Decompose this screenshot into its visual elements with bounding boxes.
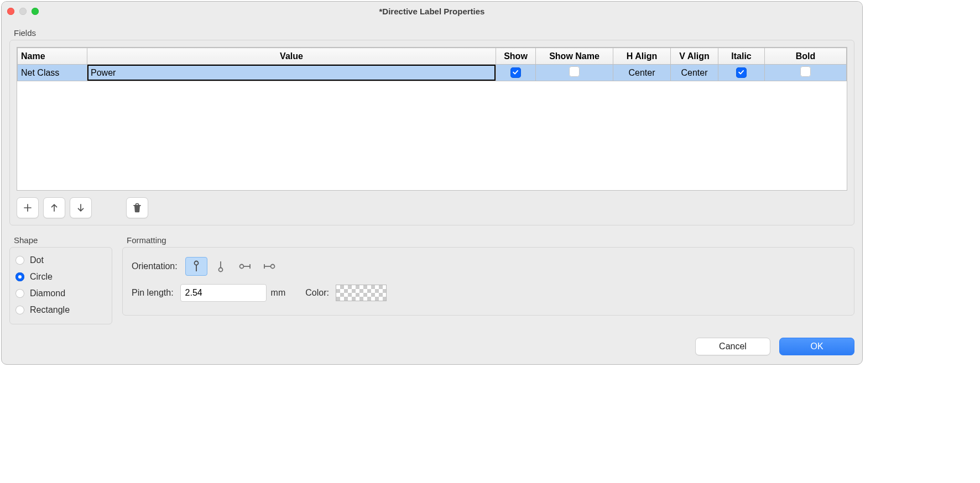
checkbox[interactable] bbox=[800, 66, 811, 77]
formatting-column: Formatting Orientation: Pin length: mm C… bbox=[122, 235, 854, 324]
color-swatch[interactable] bbox=[336, 285, 387, 301]
value-input[interactable] bbox=[87, 65, 496, 81]
titlebar: *Directive Label Properties bbox=[2, 2, 862, 20]
col-header-show[interactable]: Show bbox=[496, 48, 536, 65]
fields-panel: Name Value Show Show Name H Align V Alig… bbox=[9, 40, 854, 225]
cell-bold[interactable] bbox=[765, 65, 847, 81]
checkbox[interactable] bbox=[736, 67, 747, 78]
lower-row: Shape DotCircleDiamondRectangle Formatti… bbox=[9, 235, 854, 324]
dialog-window: *Directive Label Properties Fields Name … bbox=[1, 1, 863, 365]
shape-section-label: Shape bbox=[14, 235, 112, 245]
radio-button[interactable] bbox=[15, 272, 24, 281]
shape-option-label: Diamond bbox=[30, 288, 65, 298]
fields-section-label: Fields bbox=[14, 28, 854, 38]
shape-option-diamond[interactable]: Diamond bbox=[15, 285, 106, 302]
fields-table: Name Value Show Show Name H Align V Alig… bbox=[17, 48, 847, 81]
orientation-option-3[interactable] bbox=[258, 257, 280, 276]
color-label: Color: bbox=[305, 288, 329, 298]
radio-button[interactable] bbox=[15, 306, 24, 314]
fields-toolbar bbox=[17, 197, 847, 218]
fields-grid: Name Value Show Show Name H Align V Alig… bbox=[17, 47, 847, 191]
shape-option-dot[interactable]: Dot bbox=[15, 252, 106, 269]
svg-point-0 bbox=[194, 261, 198, 265]
shape-column: Shape DotCircleDiamondRectangle bbox=[9, 235, 112, 324]
orientation-option-2[interactable] bbox=[234, 257, 256, 276]
orientation-icon bbox=[213, 259, 228, 274]
window-title: *Directive Label Properties bbox=[2, 7, 862, 16]
shape-option-circle[interactable]: Circle bbox=[15, 269, 106, 285]
cell-show[interactable] bbox=[496, 65, 536, 81]
col-header-v-align[interactable]: V Align bbox=[671, 48, 718, 65]
move-up-button[interactable] bbox=[43, 197, 65, 218]
shape-option-label: Rectangle bbox=[30, 305, 70, 315]
cancel-button[interactable]: Cancel bbox=[695, 338, 770, 355]
col-header-show-name[interactable]: Show Name bbox=[536, 48, 613, 65]
pin-length-row: Pin length: mm Color: bbox=[132, 280, 845, 306]
toolbar-spacer bbox=[96, 197, 122, 218]
delete-field-button[interactable] bbox=[126, 197, 148, 218]
orientation-option-0[interactable] bbox=[185, 257, 207, 276]
pin-length-input[interactable] bbox=[180, 284, 267, 302]
arrow-up-icon bbox=[49, 202, 60, 213]
svg-point-2 bbox=[239, 265, 243, 269]
cell-italic[interactable] bbox=[718, 65, 765, 81]
ok-button[interactable]: OK bbox=[779, 338, 854, 355]
orientation-icon bbox=[189, 259, 204, 274]
add-field-button[interactable] bbox=[17, 197, 39, 218]
radio-button[interactable] bbox=[15, 256, 24, 265]
orientation-icon bbox=[262, 259, 277, 274]
pin-length-label: Pin length: bbox=[132, 288, 174, 298]
table-header-row: Name Value Show Show Name H Align V Alig… bbox=[18, 48, 847, 65]
cell-name[interactable]: Net Class bbox=[18, 65, 87, 81]
cell-show-name[interactable] bbox=[536, 65, 613, 81]
cell-value[interactable] bbox=[87, 65, 496, 81]
shape-option-rectangle[interactable]: Rectangle bbox=[15, 302, 106, 318]
cell-h-align[interactable]: Center bbox=[613, 65, 671, 81]
trash-icon bbox=[132, 202, 143, 213]
shape-panel: DotCircleDiamondRectangle bbox=[9, 247, 112, 324]
orientation-buttons bbox=[185, 257, 280, 276]
radio-button[interactable] bbox=[15, 289, 24, 298]
table-row[interactable]: Net ClassCenterCenter bbox=[18, 65, 847, 81]
col-header-bold[interactable]: Bold bbox=[765, 48, 847, 65]
orientation-label: Orientation: bbox=[132, 261, 178, 271]
orientation-option-1[interactable] bbox=[210, 257, 232, 276]
col-header-name[interactable]: Name bbox=[18, 48, 87, 65]
plus-icon bbox=[22, 202, 33, 213]
shape-option-label: Circle bbox=[30, 272, 53, 282]
checkbox[interactable] bbox=[510, 67, 521, 78]
col-header-value[interactable]: Value bbox=[87, 48, 496, 65]
svg-point-1 bbox=[218, 268, 222, 272]
shape-option-label: Dot bbox=[30, 255, 44, 265]
arrow-down-icon bbox=[75, 202, 86, 213]
svg-point-3 bbox=[270, 265, 274, 269]
content: Fields Name Value Show Show Name H Al bbox=[2, 20, 862, 329]
pin-length-unit: mm bbox=[271, 288, 286, 298]
col-header-h-align[interactable]: H Align bbox=[613, 48, 671, 65]
formatting-panel: Orientation: Pin length: mm Color: bbox=[122, 247, 854, 316]
checkbox[interactable] bbox=[569, 66, 580, 77]
move-down-button[interactable] bbox=[70, 197, 92, 218]
orientation-row: Orientation: bbox=[132, 253, 845, 280]
formatting-section-label: Formatting bbox=[127, 235, 854, 245]
col-header-italic[interactable]: Italic bbox=[718, 48, 765, 65]
cell-v-align[interactable]: Center bbox=[671, 65, 718, 81]
orientation-icon bbox=[238, 259, 252, 274]
dialog-footer: Cancel OK bbox=[2, 329, 862, 364]
